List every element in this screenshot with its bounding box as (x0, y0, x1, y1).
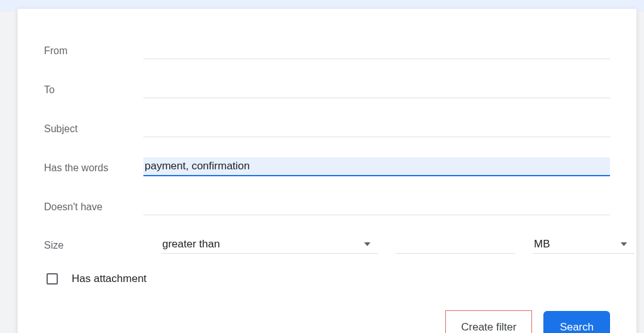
size-comparison-value: greater than (162, 238, 220, 251)
from-input[interactable] (143, 41, 610, 59)
to-row: To (44, 79, 610, 98)
size-label: Size (44, 240, 143, 254)
has-words-row: Has the words (44, 157, 610, 176)
search-options-panel: From To Subject Has the words Doesn't ha… (18, 9, 636, 333)
size-unit-select[interactable]: MB (533, 235, 635, 254)
chevron-down-icon (621, 242, 627, 246)
doesnt-have-row: Doesn't have (44, 196, 610, 215)
subject-row: Subject (44, 118, 610, 137)
to-label: To (44, 84, 143, 98)
doesnt-have-label: Doesn't have (44, 201, 143, 215)
size-unit-value: MB (534, 238, 550, 251)
has-attachment-label: Has attachment (72, 273, 147, 285)
create-filter-highlight: Create filter (445, 310, 532, 333)
create-filter-button[interactable]: Create filter (446, 311, 531, 333)
has-attachment-row: Has attachment (44, 273, 610, 285)
chevron-down-icon (364, 242, 370, 246)
has-words-input[interactable] (143, 157, 610, 176)
size-comparison-select[interactable]: greater than (161, 235, 378, 254)
subject-input[interactable] (143, 119, 610, 137)
has-words-label: Has the words (44, 162, 143, 176)
button-row: Create filter Search (44, 310, 610, 333)
from-label: From (44, 45, 143, 59)
to-input[interactable] (143, 80, 610, 98)
from-row: From (44, 40, 610, 59)
doesnt-have-input[interactable] (143, 197, 610, 215)
size-amount-input[interactable] (396, 235, 515, 254)
search-button[interactable]: Search (543, 311, 610, 333)
subject-label: Subject (44, 123, 143, 137)
size-row: Size greater than MB (44, 235, 610, 254)
has-attachment-checkbox[interactable] (47, 273, 58, 285)
